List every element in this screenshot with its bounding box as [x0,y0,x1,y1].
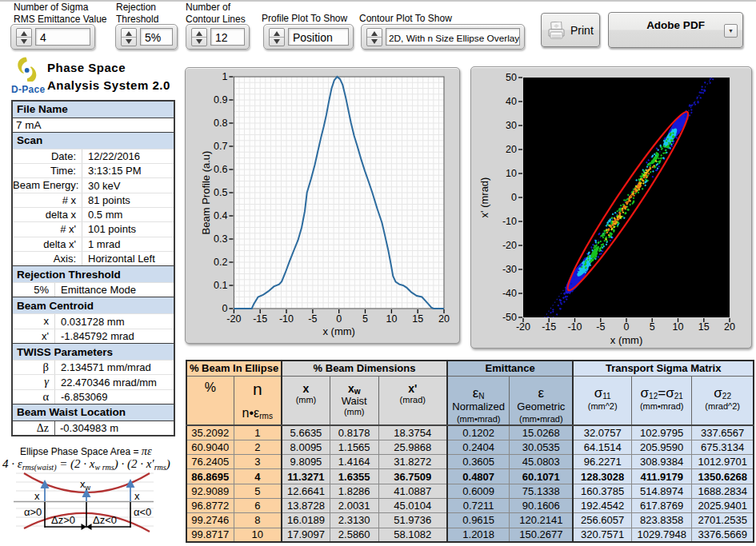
svg-text:50: 50 [506,72,517,83]
svg-text:20: 20 [724,321,735,333]
svg-text:-15: -15 [253,313,267,325]
svg-text:0: 0 [511,192,517,203]
svg-text:xw: xw [80,478,91,492]
svg-text:30: 30 [506,120,517,131]
svg-text:0.7: 0.7 [214,141,227,152]
svg-text:5: 5 [650,321,655,333]
svg-text:0: 0 [336,313,342,325]
svg-text:1: 1 [222,71,227,82]
svg-text:20: 20 [506,144,517,155]
svg-text:α<0: α<0 [134,506,151,518]
svg-text:0.1: 0.1 [214,280,227,291]
svg-text:x: x [134,490,140,502]
svg-text:-10: -10 [502,216,517,227]
svg-text:0.2: 0.2 [214,257,227,268]
svg-text:x' (mrad): x' (mrad) [478,177,490,218]
svg-text:0.9: 0.9 [214,94,227,106]
svg-text:x (mm): x (mm) [610,334,642,346]
svg-text:15: 15 [412,313,423,325]
svg-text:0.6: 0.6 [214,164,227,175]
svg-text:-10: -10 [567,321,582,333]
svg-text:15: 15 [698,321,710,333]
svg-text:-20: -20 [516,321,530,333]
svg-text:-20: -20 [502,240,517,251]
svg-text:-50: -50 [502,312,517,323]
svg-text:0.5: 0.5 [214,187,227,198]
svg-text:10: 10 [673,321,684,333]
svg-text:-10: -10 [279,313,294,325]
svg-text:0: 0 [624,321,630,333]
svg-text:0.4: 0.4 [214,210,227,221]
svg-text:x: x [34,490,40,502]
svg-text:-40: -40 [502,288,517,299]
svg-text:10: 10 [386,313,397,325]
svg-text:0.3: 0.3 [214,233,227,245]
svg-text:10: 10 [506,168,517,179]
svg-text:Δz>0: Δz>0 [51,514,75,526]
svg-text:40: 40 [506,96,517,107]
svg-text:-30: -30 [502,264,517,275]
svg-text:-20: -20 [226,313,241,325]
svg-text:α>0: α>0 [24,506,42,518]
svg-text:-5: -5 [308,313,317,325]
svg-text:20: 20 [438,313,450,325]
svg-text:0.8: 0.8 [214,118,227,129]
svg-text:x (mm): x (mm) [322,325,354,337]
svg-text:-5: -5 [596,321,605,333]
svg-text:Δz<0: Δz<0 [93,514,117,526]
svg-text:5: 5 [362,313,368,325]
svg-text:Beam Profile (a.u): Beam Profile (a.u) [200,151,212,235]
svg-text:-15: -15 [542,321,556,333]
